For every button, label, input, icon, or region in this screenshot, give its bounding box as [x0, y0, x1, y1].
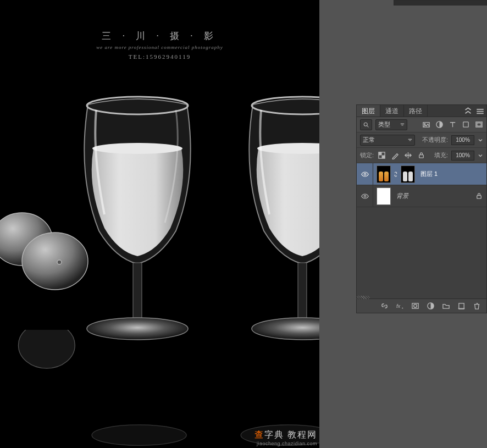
filter-shape-icon[interactable]: [461, 120, 470, 129]
svg-rect-22: [381, 156, 385, 159]
tab-layers[interactable]: 图层: [357, 105, 380, 117]
panel-menu-icon[interactable]: [475, 107, 484, 115]
lock-fill-row: 锁定: 填充: 100%: [357, 148, 486, 163]
watermark-line2: we are more professional commercial phot…: [96, 45, 223, 50]
svg-point-14: [364, 123, 367, 126]
watermark-line1: 三 · 川 · 摄 · 影: [96, 30, 223, 42]
svg-rect-18: [463, 122, 468, 127]
new-layer-icon[interactable]: [457, 302, 466, 311]
svg-rect-21: [378, 152, 381, 156]
svg-rect-2: [133, 263, 142, 322]
filter-search-dropdown[interactable]: [360, 119, 372, 130]
layers-panel-bottom-bar: fx: [357, 298, 486, 313]
layer-row-background[interactable]: 背景: [357, 185, 486, 207]
fill-label: 填充:: [434, 151, 448, 159]
svg-rect-27: [477, 196, 481, 199]
svg-point-11: [92, 425, 186, 445]
opacity-slider-caret-icon[interactable]: [478, 136, 483, 145]
tab-channels[interactable]: 通道: [380, 105, 404, 117]
site-watermark: 查字典 教程网 jiaocheng.chazidian.com: [254, 429, 317, 446]
lemons-image: [0, 203, 99, 297]
opacity-value[interactable]: 100%: [451, 135, 474, 145]
layer-row-1[interactable]: 图层 1: [357, 163, 486, 185]
lock-icon: [474, 192, 483, 201]
lock-transparency-icon[interactable]: [377, 151, 386, 160]
dropdown-caret-icon: [408, 137, 412, 143]
layer-fx-icon[interactable]: fx: [395, 302, 404, 311]
layer-filter-row: 类型: [357, 117, 486, 132]
blend-opacity-row: 正常 不透明度: 100%: [357, 132, 486, 148]
filter-kind-dropdown[interactable]: 类型: [375, 119, 407, 130]
filter-pixel-icon[interactable]: [422, 120, 430, 129]
new-adjustment-icon[interactable]: [426, 302, 435, 311]
panel-collapse-icon[interactable]: [463, 107, 472, 115]
filter-adjust-icon[interactable]: [435, 120, 444, 129]
svg-point-10: [57, 260, 62, 264]
svg-point-9: [22, 233, 88, 290]
layer-thumbnail[interactable]: [377, 187, 391, 205]
blend-mode-value: 正常: [363, 136, 375, 144]
layer-name[interactable]: 背景: [396, 192, 408, 200]
filter-smartobj-icon[interactable]: [474, 120, 483, 129]
layer-name[interactable]: 图层 1: [420, 170, 438, 178]
svg-text:fx: fx: [396, 303, 400, 309]
svg-point-25: [364, 173, 366, 175]
svg-rect-32: [458, 303, 463, 308]
add-mask-icon[interactable]: [411, 302, 419, 311]
brand-part2: 字典: [264, 430, 284, 439]
link-layers-icon[interactable]: [380, 302, 389, 311]
fill-value[interactable]: 100%: [451, 151, 474, 161]
layer-mask-thumbnail[interactable]: [401, 165, 415, 183]
watermark-line3: TEL:15962940119: [96, 53, 223, 60]
image-watermark-top: 三 · 川 · 摄 · 影 we are more professional c…: [96, 30, 223, 60]
lock-position-icon[interactable]: [403, 151, 412, 160]
layers-panel: 图层 通道 路径 类型: [356, 104, 487, 313]
brand-domain: jiaocheng.chazidian.com: [254, 441, 317, 446]
opacity-label: 不透明度:: [422, 136, 448, 144]
delete-layer-icon[interactable]: [472, 302, 481, 311]
new-group-icon[interactable]: [441, 302, 450, 311]
lock-all-icon[interactable]: [417, 151, 425, 160]
brand-suffix: 教程网: [287, 430, 317, 439]
svg-point-26: [364, 195, 366, 197]
blend-mode-dropdown[interactable]: 正常: [360, 135, 415, 146]
filter-kind-label: 类型: [378, 120, 390, 129]
fill-slider-caret-icon[interactable]: [478, 151, 483, 160]
lock-pixels-icon[interactable]: [390, 151, 399, 160]
tab-paths[interactable]: 路径: [404, 105, 428, 117]
collapsed-mini-panel[interactable]: [394, 0, 487, 5]
svg-rect-6: [298, 263, 307, 322]
dropdown-caret-icon: [400, 121, 405, 128]
layer-list[interactable]: 图层 1 背景: [357, 163, 486, 298]
filter-type-icon[interactable]: [448, 120, 457, 129]
visibility-toggle[interactable]: [357, 163, 373, 185]
visibility-toggle[interactable]: [357, 185, 373, 207]
brand-accent: 查: [254, 430, 264, 439]
document-canvas[interactable]: 三 · 川 · 摄 · 影 we are more professional c…: [0, 0, 319, 448]
svg-rect-24: [419, 155, 423, 158]
layer-thumbnail[interactable]: [377, 165, 391, 183]
svg-point-1: [92, 143, 182, 154]
svg-rect-20: [477, 123, 481, 126]
mask-link-icon[interactable]: [392, 171, 400, 178]
svg-point-30: [413, 305, 417, 308]
lock-label: 锁定:: [360, 151, 374, 159]
svg-point-13: [18, 330, 75, 368]
panel-tab-bar: 图层 通道 路径: [357, 105, 486, 117]
svg-point-16: [424, 124, 425, 125]
panels-column: 图层 通道 路径 类型: [319, 0, 487, 448]
